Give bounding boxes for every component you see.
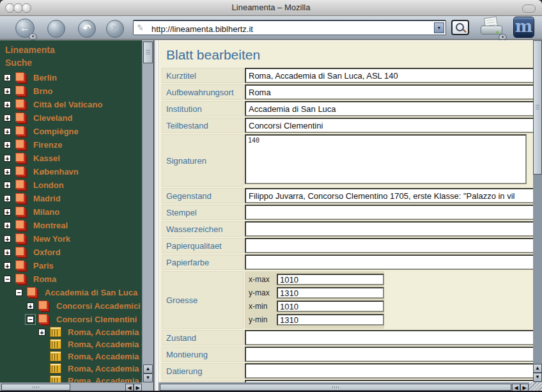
collection-icon xyxy=(15,113,24,122)
field-input-papierfarbe[interactable] xyxy=(245,255,533,270)
field-input-kurztitel[interactable] xyxy=(245,68,533,83)
main-vertical-scrollbar[interactable]: ▲ ▼ xyxy=(533,40,542,382)
tree-item-label[interactable]: Roma, Accademia d xyxy=(68,340,142,349)
tree-item-label[interactable]: Madrid xyxy=(33,194,61,203)
tree-item-label[interactable]: Brno xyxy=(33,86,52,96)
tree-item-label[interactable]: Paris xyxy=(33,261,54,270)
main-horizontal-scrollbar[interactable]: ◀ ▶ xyxy=(159,382,529,391)
forward-button[interactable]: → xyxy=(47,20,65,38)
scrollbar-thumb[interactable] xyxy=(1,384,70,391)
url-bar[interactable]: ✎ ▼ xyxy=(133,20,446,35)
search-button[interactable] xyxy=(451,20,469,35)
expand-plus-icon[interactable]: + xyxy=(4,222,11,229)
sidebar-horizontal-scrollbar[interactable]: ◀ ▶ xyxy=(0,382,142,391)
expand-plus-icon[interactable]: + xyxy=(38,329,45,336)
mozilla-logo[interactable]: m xyxy=(513,17,534,38)
size-input-x-max[interactable] xyxy=(277,274,384,285)
tree-item-label[interactable]: Accademia di San Luca xyxy=(45,288,137,297)
field-input-aufbewahrungsort[interactable] xyxy=(245,84,533,100)
tree-item-label[interactable]: Oxford xyxy=(33,247,61,257)
field-input-papierqualitaet[interactable] xyxy=(245,238,533,253)
scroll-down-button[interactable]: ▼ xyxy=(143,373,153,382)
tree-item-label[interactable]: Città del Vaticano xyxy=(33,100,102,109)
scroll-up-button[interactable]: ▲ xyxy=(143,365,153,373)
expand-plus-icon[interactable]: + xyxy=(4,155,11,162)
field-input-cell xyxy=(245,238,533,253)
form-pane: Blatt bearbeiten KurztitelAufbewahrungso… xyxy=(159,40,533,382)
tree-item-label[interactable]: New York xyxy=(33,234,70,244)
tree-item-label[interactable]: Roma xyxy=(33,274,56,284)
print-button[interactable]: ▼ xyxy=(479,17,505,38)
field-input-wasserzeichen[interactable] xyxy=(245,221,533,237)
tree-item-label[interactable]: København xyxy=(33,167,79,176)
sidebar-vertical-scrollbar[interactable]: ▲ ▼ xyxy=(142,40,153,382)
expand-plus-icon[interactable]: + xyxy=(27,302,34,310)
field-input-zustand[interactable] xyxy=(245,330,533,345)
expand-plus-icon[interactable]: + xyxy=(4,235,11,242)
size-input-y-max[interactable] xyxy=(277,287,384,299)
sidebar-link-suche[interactable]: Suche xyxy=(0,56,142,69)
expand-plus-icon[interactable]: + xyxy=(4,249,11,256)
title-bar[interactable]: Lineamenta – Mozilla xyxy=(0,0,542,16)
expand-plus-icon[interactable]: + xyxy=(4,141,11,148)
expand-plus-icon[interactable]: + xyxy=(4,114,11,122)
toolbar-collapse-pill[interactable] xyxy=(522,4,536,13)
tree-item-label[interactable]: Berlin xyxy=(33,73,57,82)
field-input-montierung[interactable] xyxy=(245,347,533,362)
tree-item-label[interactable]: Roma, Accademia d xyxy=(68,352,142,361)
tree-item-label[interactable]: Firenze xyxy=(33,140,63,150)
field-input-teilbestand[interactable] xyxy=(245,118,533,133)
field-input-datierung[interactable] xyxy=(245,363,533,379)
size-input-y-min[interactable] xyxy=(277,314,384,325)
expand-plus-icon[interactable]: + xyxy=(4,195,11,202)
icon-slot xyxy=(50,339,63,350)
expand-plus-icon[interactable]: + xyxy=(4,88,11,95)
stop-button[interactable]: × xyxy=(106,20,124,38)
field-label: Signaturen xyxy=(162,134,244,187)
scroll-up-button[interactable]: ▲ xyxy=(533,364,542,373)
field-textarea-signaturen[interactable] xyxy=(245,134,527,184)
tree-row: −Roma xyxy=(0,272,142,286)
expand-plus-icon[interactable]: + xyxy=(4,208,11,216)
reload-button[interactable]: ↶ xyxy=(78,20,96,38)
tree-item-label[interactable]: London xyxy=(33,180,64,190)
field-input-gegenstand[interactable] xyxy=(245,188,533,203)
size-input-x-min[interactable] xyxy=(277,301,384,312)
tree-item-label[interactable]: Roma, Accademia d xyxy=(68,327,142,337)
url-input[interactable] xyxy=(150,23,428,35)
scrollbar-thumb[interactable] xyxy=(143,42,153,63)
tree-item-label[interactable]: Roma, Accademia d xyxy=(68,376,142,382)
tree-item-label[interactable]: Roma, Accademia d xyxy=(68,364,142,373)
window-resize-grip[interactable] xyxy=(529,382,542,391)
size-row: y-max xyxy=(245,287,380,299)
tree-item-label[interactable]: Concorsi Clementini xyxy=(56,315,137,324)
collapse-minus-icon[interactable]: − xyxy=(27,316,34,323)
back-button[interactable]: ← ▼ xyxy=(15,19,35,38)
expand-plus-icon[interactable]: + xyxy=(4,128,11,135)
expand-plus-icon[interactable]: + xyxy=(4,74,11,81)
sidebar-link-lineamenta[interactable]: Lineamenta xyxy=(0,43,142,56)
expand-plus-icon[interactable]: + xyxy=(4,262,11,269)
tree-item-label[interactable]: Milano xyxy=(33,207,59,217)
expand-plus-icon[interactable]: + xyxy=(4,182,11,189)
expand-plus-icon[interactable]: + xyxy=(4,168,11,175)
icon-slot xyxy=(15,166,28,177)
tree-item-label[interactable]: Kassel xyxy=(33,153,60,163)
collapse-minus-icon[interactable]: − xyxy=(4,276,11,283)
url-dropdown-button[interactable]: ▼ xyxy=(434,22,444,33)
tree-item-label[interactable]: Concorsi Accademici xyxy=(56,301,141,311)
collapse-minus-icon[interactable]: − xyxy=(15,289,22,296)
scroll-down-button[interactable]: ▼ xyxy=(533,373,542,382)
tree-item-label[interactable]: Montreal xyxy=(33,221,68,230)
icon-slot xyxy=(15,139,28,150)
tree-row: +Firenze xyxy=(0,138,142,152)
scrollbar-thumb[interactable] xyxy=(533,40,542,175)
field-input-institution[interactable] xyxy=(245,101,533,116)
tree-row: +London xyxy=(0,178,142,192)
tree-item-label[interactable]: Compiègne xyxy=(33,127,79,136)
field-input-stempel[interactable] xyxy=(245,205,533,220)
expand-plus-icon[interactable]: + xyxy=(4,101,11,108)
tree-item-label[interactable]: Cleveland xyxy=(33,113,72,123)
tree-row: +Berlin xyxy=(0,71,142,84)
scrollbar-thumb[interactable] xyxy=(160,384,511,391)
